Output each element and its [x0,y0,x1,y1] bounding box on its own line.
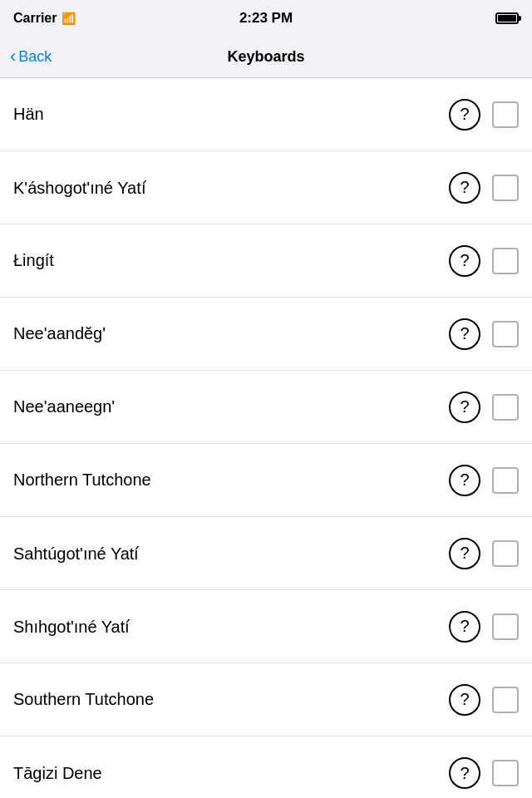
keyboard-checkbox[interactable] [492,101,519,128]
info-button[interactable]: ? [449,318,480,350]
status-bar-right [495,12,519,24]
keyboard-checkbox[interactable] [492,394,519,421]
back-label: Back [18,48,52,66]
keyboard-checkbox[interactable] [492,175,519,201]
table-row: Shıhgot'ıné Yatı́? [0,590,532,663]
info-button[interactable]: ? [449,757,480,789]
table-row: Łingít? [0,224,532,298]
keyboard-name-label: Hän [13,105,449,124]
status-bar-time: 2:23 PM [239,10,293,27]
carrier-label: Carrier [13,11,57,26]
status-bar-left: Carrier 📶 [13,11,76,26]
keyboard-name-label: Nee'aandĕg' [13,324,449,343]
keyboard-checkbox[interactable] [492,613,519,640]
keyboard-name-label: Southern Tutchone [13,690,449,709]
table-row: Nee'aaneegn'? [0,371,532,444]
table-row: Hän? [0,78,532,151]
keyboard-name-label: K'áshogot'ıné Yatı́ [13,178,449,198]
keyboard-checkbox[interactable] [492,760,519,786]
back-button[interactable]: ‹ Back [10,48,52,66]
table-row: Nee'aandĕg'? [0,298,532,371]
back-chevron-icon: ‹ [10,47,16,66]
table-row: Tāgizi Dene? [0,736,532,798]
table-row: Southern Tutchone? [0,663,532,736]
keyboard-name-label: Shıhgot'ıné Yatı́ [13,617,449,637]
keyboard-name-label: Łingít [13,251,449,270]
keyboard-name-label: Northern Tutchone [13,470,449,490]
info-button[interactable]: ? [449,245,480,277]
keyboards-list: Hän?K'áshogot'ıné Yatı́?Łingít?Nee'aandĕ… [0,78,532,798]
page-title: Keyboards [227,48,304,66]
info-button[interactable]: ? [449,465,480,496]
battery-icon [495,12,519,24]
keyboard-checkbox[interactable] [492,467,519,494]
nav-bar: ‹ Back Keyboards [0,37,532,78]
table-row: Sahtúgot'ıné Yatı́? [0,517,532,590]
info-button[interactable]: ? [449,538,480,569]
info-button[interactable]: ? [449,684,480,716]
info-button[interactable]: ? [449,392,480,423]
keyboard-name-label: Tāgizi Dene [13,764,449,783]
info-button[interactable]: ? [449,611,480,643]
keyboard-checkbox[interactable] [492,540,519,567]
info-button[interactable]: ? [449,99,480,131]
keyboard-name-label: Nee'aaneegn' [13,397,449,416]
keyboard-name-label: Sahtúgot'ıné Yatı́ [13,544,449,564]
table-row: Northern Tutchone? [0,444,532,517]
wifi-icon: 📶 [62,12,76,25]
status-bar: Carrier 📶 2:23 PM [0,0,532,37]
table-row: K'áshogot'ıné Yatı́? [0,151,532,224]
keyboard-checkbox[interactable] [492,321,519,347]
info-button[interactable]: ? [449,172,480,204]
keyboard-checkbox[interactable] [492,687,519,713]
keyboard-checkbox[interactable] [492,248,519,274]
